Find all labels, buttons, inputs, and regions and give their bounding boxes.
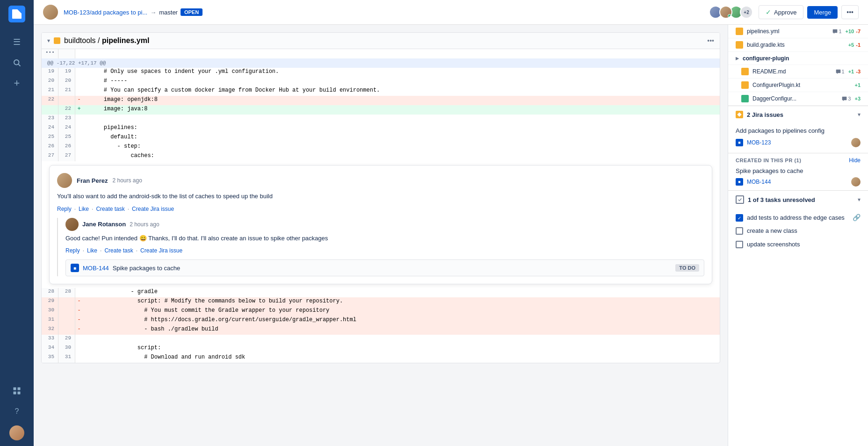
svg-point-0 [14,60,19,65]
created-issue-key[interactable]: MOB-144 [747,179,771,185]
file-list-stats: +5 -1 [848,42,861,48]
comment-time: 2 hours ago [112,177,142,184]
code-diff: ••• @@ -17,22 +17,17 @@ 19 19 # Only use… [42,49,720,161]
file-list-section: pipelines.yml 1 +10 -7 build.gradle.kts [728,25,868,106]
create-jira-issue-button[interactable]: Create Jira issue [132,206,174,212]
diff-line: 21 21 # You can specify a custom docker … [42,86,720,96]
folder-item: ▸ configurer-plugin [728,52,868,65]
file-diff-more-button[interactable]: ••• [707,37,714,44]
created-issue-title: Spike packages to cache [736,167,861,174]
comment-author-avatar [57,173,72,188]
reply-reply-button[interactable]: Reply [65,247,80,254]
task-text-2: create a new class [747,227,861,235]
file-list-name: pipelines.yml [747,28,829,35]
menu-icon[interactable]: ☰ [8,34,25,50]
folder-icon: ▸ [736,55,739,62]
diff-line-removed: 29 - script: # Modify the commands below… [42,297,720,307]
task-checkbox-2[interactable] [736,227,743,235]
jira-assignee-avatar [851,138,861,147]
search-icon[interactable] [8,54,25,71]
jira-section-header[interactable]: 2 Jira issues ▾ [728,106,868,123]
diff-line: 19 19 # Only use spaces to indent your .… [42,68,720,77]
create-task-button[interactable]: Create task [96,206,124,212]
jira-issues-section: 2 Jira issues ▾ Add packages to pipeline… [728,106,868,153]
tasks-header[interactable]: 1 of 3 tasks unresolved ▾ [728,191,868,209]
diff-line: 26 26 - step: [42,143,720,152]
pr-branch-name[interactable]: MOB-123/add packages to pi... [64,9,147,16]
pr-actions: ✓ Approve Merge ••• [759,5,859,19]
pr-reviewers: +2 [709,6,753,19]
reply-create-jira-button[interactable]: Create Jira issue [140,247,182,254]
diff-line: 28 28 - gradle [42,288,720,297]
reply-create-task-button[interactable]: Create task [104,247,133,254]
reply-actions: Reply · Like · Create task · Create Jira… [65,247,704,254]
svg-rect-4 [14,392,16,395]
task-link-icon-1[interactable]: 🔗 [853,214,861,221]
file-list-name: README.md [752,68,832,75]
file-icon-yellow [736,28,743,35]
reply-button[interactable]: Reply [57,206,72,212]
reviewer-count[interactable]: +2 [740,6,753,19]
reply-header: Jane Rotanson 2 hours ago [65,218,704,231]
svg-line-1 [18,64,20,66]
tasks-content: ✓ add tests to address the edge cases 🔗 … [728,209,868,257]
file-list-item[interactable]: ConfigurerPlugin.kt +1 [728,79,868,92]
pr-open-badge: OPEN [181,8,203,16]
merge-button[interactable]: Merge [807,6,838,19]
jira-issue-status: TO DO [675,264,699,272]
diff-hunk-header: @@ -17,22 +17,17 @@ [42,58,720,68]
sidebar-logo[interactable] [8,6,25,22]
task-checkbox-1[interactable]: ✓ [736,214,743,222]
create-icon[interactable]: + [8,75,25,92]
created-label: CREATED IN THIS PR (1) [736,158,801,163]
apps-icon[interactable] [8,382,25,399]
file-list-item[interactable]: pipelines.yml 1 +10 -7 [728,25,868,38]
diff-line: 20 20 # ----- [42,77,720,86]
task-text-3: update screenshots [747,240,861,249]
created-assignee-avatar [851,177,861,187]
diff-panel: ▾ buildtools / pipelines.yml ••• ••• [34,25,728,446]
reply-comment: Jane Rotanson 2 hours ago Good cache! Pu… [57,218,704,277]
jira-link-row[interactable]: ■ MOB-144 Spike packages to cache TO DO [65,259,704,276]
pr-author-avatar [43,5,58,20]
approve-label: Approve [774,9,796,16]
diff-line-removed: 22 - image: openjdk:8 [42,96,720,105]
tasks-expand-icon: ▾ [858,196,861,203]
jira-section-title: 2 Jira issues [747,111,854,118]
file-list-item[interactable]: build.gradle.kts +5 -1 [728,38,868,52]
pr-header: MOB-123/add packages to pi... → master O… [34,0,868,25]
diff-line-removed: 31 - # https://docs.gradle.org/current/u… [42,316,720,325]
jira-issue-key[interactable]: MOB-123 [747,139,771,146]
task-item-2: create a new class [736,224,861,237]
jira-section-content: Add packages to pipelines config ■ MOB-1… [728,123,868,153]
file-diff-header: ▾ buildtools / pipelines.yml ••• [42,33,720,49]
tasks-summary: 1 of 3 tasks unresolved [748,196,854,203]
diff-ellipsis-row: ••• [42,49,720,58]
jira-issue-summary: Spike packages to cache [113,265,181,272]
hide-button[interactable]: Hide [849,157,861,164]
svg-rect-5 [18,392,21,395]
file-list-item[interactable]: README.md 1 +1 -3 [728,65,868,79]
file-diff-card: ▾ buildtools / pipelines.yml ••• ••• [41,32,720,363]
user-avatar[interactable] [9,425,24,440]
jira-board-icon: ■ [71,264,79,272]
file-list-item[interactable]: DaggerConfigur... 3 +3 [728,92,868,106]
code-diff-after: 28 28 - gradle 29 - script: # Modify the… [42,288,720,363]
task-checkbox-3[interactable] [736,241,743,248]
diff-line: 24 24 pipelines: [42,124,720,133]
file-list-stats: +10 -7 [846,29,861,34]
file-comment-count: 1 [832,29,841,34]
approve-button[interactable]: ✓ Approve [759,5,803,19]
more-actions-button[interactable]: ••• [841,5,859,19]
created-in-pr-section: CREATED IN THIS PR (1) Hide Spike packag… [728,153,868,190]
created-jira-icon: ■ [736,178,743,186]
file-icon-green [741,95,749,102]
help-icon[interactable]: ? [8,403,25,420]
pr-branch-info: MOB-123/add packages to pi... → master O… [64,8,203,16]
reviewer-avatar-2 [719,6,732,19]
pr-target-branch: master [159,9,178,16]
reply-like-button[interactable]: Like [87,247,97,254]
collapse-button[interactable]: ▾ [47,37,50,44]
file-diff-header-left: ▾ buildtools / pipelines.yml [47,36,703,45]
like-button[interactable]: Like [79,206,89,212]
